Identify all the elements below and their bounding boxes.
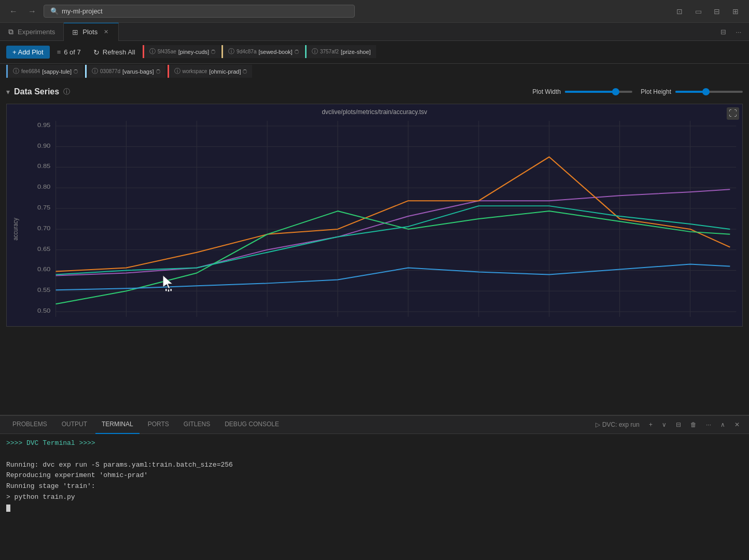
exp-chip-sewed-book[interactable]: ⓘ 9d4c87a [sewed-book] bbox=[221, 45, 304, 58]
close-terminal-button[interactable]: ✕ bbox=[731, 420, 743, 429]
chip-info-icon-2: ⓘ bbox=[228, 47, 234, 56]
plot-counter[interactable]: ≡ 6 of 7 bbox=[52, 46, 86, 59]
tab-output[interactable]: OUTPUT bbox=[56, 416, 93, 434]
tab-plots[interactable]: ⊞ Plots ✕ bbox=[64, 23, 119, 41]
chip-name-3: [prize-shoe] bbox=[341, 49, 370, 55]
chart-area: dvclive/plots/metrics/train/accuracy.tsv… bbox=[6, 104, 743, 327]
terminal-cursor bbox=[6, 505, 10, 512]
terminal-line-6: > python train.py bbox=[6, 492, 743, 503]
chip-id-5: 030877d bbox=[100, 68, 120, 74]
experiments-tab-label: Experiments bbox=[18, 28, 55, 36]
tab-gitlens[interactable]: GITLENS bbox=[177, 416, 216, 434]
vscode-tab-actions: ⊟ ··· bbox=[717, 25, 749, 38]
nav-back-button[interactable]: ← bbox=[6, 4, 21, 19]
chip-id-1: 5f435ae bbox=[158, 49, 176, 54]
dvc-exp-run-button[interactable]: ▷ DVC: exp run bbox=[592, 420, 643, 429]
nav-forward-button[interactable]: → bbox=[25, 4, 39, 19]
search-icon: 🔍 bbox=[50, 7, 59, 15]
plots-tab-icon: ⊞ bbox=[72, 28, 78, 36]
exp-chip-sappy-tule[interactable]: ⓘ fee6684 [sappy-tule] bbox=[6, 65, 83, 78]
chart-expand-button[interactable]: ⛶ bbox=[727, 107, 739, 120]
chip-id-4: fee6684 bbox=[21, 68, 40, 74]
tab-ports[interactable]: PORTS bbox=[142, 416, 175, 434]
data-series-section: ▾ Data Series ⓘ Plot Width Plot Height bbox=[0, 82, 749, 104]
chip-info-icon-1: ⓘ bbox=[149, 47, 156, 56]
plot-width-control: Plot Width bbox=[533, 88, 633, 95]
chip-spinner-1 bbox=[211, 50, 215, 54]
terminal-tab-bar: PROBLEMS OUTPUT TERMINAL PORTS GITLENS D… bbox=[0, 416, 749, 434]
plots-tab-close[interactable]: ✕ bbox=[102, 28, 110, 36]
split-editor-button[interactable]: ⊟ bbox=[717, 25, 729, 38]
exp-chip-varus-bags[interactable]: ⓘ 030877d [varus-bags] bbox=[85, 65, 165, 78]
terminal-line-1: >>>> DVC Terminal >>>> bbox=[6, 438, 743, 449]
chip-name-1: [piney-cuds] bbox=[178, 49, 209, 55]
plot-height-control: Plot Height bbox=[641, 88, 743, 95]
tab-terminal[interactable]: TERMINAL bbox=[95, 416, 140, 434]
chip-name-2: [sewed-book] bbox=[258, 49, 292, 55]
y-tick-085: 0.85 bbox=[37, 163, 51, 170]
plot-width-slider[interactable] bbox=[565, 91, 632, 93]
tab-debug-console[interactable]: DEBUG CONSOLE bbox=[218, 416, 285, 434]
chip-id-3: 3757af2 bbox=[320, 49, 339, 54]
chip-info-icon-5: ⓘ bbox=[92, 67, 98, 76]
more-terminal-button[interactable]: ··· bbox=[703, 420, 714, 429]
terminal-up-button[interactable]: ∧ bbox=[717, 420, 728, 429]
data-series-header: ▾ Data Series ⓘ Plot Width Plot Height bbox=[6, 87, 743, 96]
counter-icon: ≡ bbox=[57, 48, 61, 56]
data-series-info-icon[interactable]: ⓘ bbox=[63, 87, 70, 96]
chip-spinner-4 bbox=[74, 69, 78, 74]
browser-actions: ⊡ ▭ ⊟ ⊞ bbox=[672, 4, 743, 19]
terminal-line-2 bbox=[6, 449, 743, 460]
terminal-chevron[interactable]: ∨ bbox=[659, 420, 670, 429]
plots-tab-label: Plots bbox=[82, 28, 98, 36]
exp-chip-ohmic-prad[interactable]: ⓘ workspace [ohmic-prad] bbox=[168, 65, 253, 78]
terminal-section: PROBLEMS OUTPUT TERMINAL PORTS GITLENS D… bbox=[0, 415, 749, 560]
y-tick-080: 0.80 bbox=[37, 184, 51, 190]
new-terminal-button[interactable]: + bbox=[646, 420, 656, 429]
address-bar[interactable]: 🔍 my-ml-project bbox=[44, 5, 355, 18]
terminal-actions: ▷ DVC: exp run + ∨ ⊟ 🗑 ··· ∧ ✕ bbox=[592, 420, 743, 429]
more-actions-button[interactable]: ··· bbox=[732, 25, 745, 38]
chip-id-6: workspace bbox=[183, 68, 207, 74]
plot-controls: Plot Width Plot Height bbox=[533, 88, 743, 95]
refresh-icon: ↻ bbox=[93, 48, 100, 57]
chip-info-icon-3: ⓘ bbox=[312, 47, 318, 56]
exp-chip-prize-shoe[interactable]: ⓘ 3757af2 [prize-shoe] bbox=[305, 45, 376, 58]
tab-problems[interactable]: PROBLEMS bbox=[6, 416, 53, 434]
layout-button-3[interactable]: ⊟ bbox=[710, 4, 724, 19]
layout-button-2[interactable]: ▭ bbox=[691, 4, 705, 19]
browser-chrome: ← → 🔍 my-ml-project ⊡ ▭ ⊟ ⊞ bbox=[0, 0, 749, 23]
refresh-all-button[interactable]: ↻ Refresh All bbox=[88, 46, 141, 59]
y-tick-070: 0.70 bbox=[37, 225, 51, 232]
layout-button-1[interactable]: ⊡ bbox=[672, 4, 687, 19]
y-tick-095: 0.95 bbox=[37, 122, 51, 129]
chip-spinner-6 bbox=[243, 69, 247, 74]
chip-spinner-2 bbox=[295, 50, 299, 54]
terminal-line-4: Reproducing experiment 'ohmic-prad' bbox=[6, 470, 743, 481]
terminal-line-cursor bbox=[6, 503, 743, 514]
add-plot-button[interactable]: + Add Plot bbox=[6, 46, 50, 59]
exp-chips-row1: ⓘ 5f435ae [piney-cuds] ⓘ 9d4c87a [sewed-… bbox=[143, 45, 743, 59]
exp-chip-piney-cuds[interactable]: ⓘ 5f435ae [piney-cuds] bbox=[143, 45, 220, 58]
chip-name-4: [sappy-tule] bbox=[42, 68, 72, 75]
y-tick-065: 0.65 bbox=[37, 246, 51, 253]
plot-height-slider[interactable] bbox=[675, 91, 743, 93]
terminal-prompt-text: >>>> DVC Terminal >>>> bbox=[6, 439, 95, 447]
chart-svg-container: 0.95 0.90 0.85 0.80 0.75 0.70 0.65 0.60 … bbox=[7, 116, 742, 322]
delete-terminal-button[interactable]: 🗑 bbox=[687, 420, 700, 429]
plots-toolbar: + Add Plot ≡ 6 of 7 ↻ Refresh All ⓘ 5f43… bbox=[0, 41, 749, 64]
layout-button-4[interactable]: ⊞ bbox=[728, 4, 743, 19]
plot-height-label: Plot Height bbox=[641, 88, 671, 95]
dvc-label: DVC: exp run bbox=[602, 421, 640, 428]
tab-experiments[interactable]: ⧉ Experiments bbox=[0, 23, 64, 41]
counter-text: 6 of 7 bbox=[64, 48, 81, 56]
chip-info-icon-4: ⓘ bbox=[13, 67, 19, 76]
chart-svg: 0.95 0.90 0.85 0.80 0.75 0.70 0.65 0.60 … bbox=[7, 116, 742, 322]
collapse-section-button[interactable]: ▾ bbox=[6, 88, 10, 96]
y-tick-060: 0.60 bbox=[37, 266, 51, 273]
split-terminal-button[interactable]: ⊟ bbox=[673, 420, 684, 429]
exp-chips-row2: ⓘ fee6684 [sappy-tule] ⓘ 030877d [varus-… bbox=[0, 64, 749, 82]
experiments-tab-icon: ⧉ bbox=[8, 27, 13, 36]
y-tick-055: 0.55 bbox=[37, 287, 51, 293]
refresh-text: Refresh All bbox=[103, 48, 135, 56]
